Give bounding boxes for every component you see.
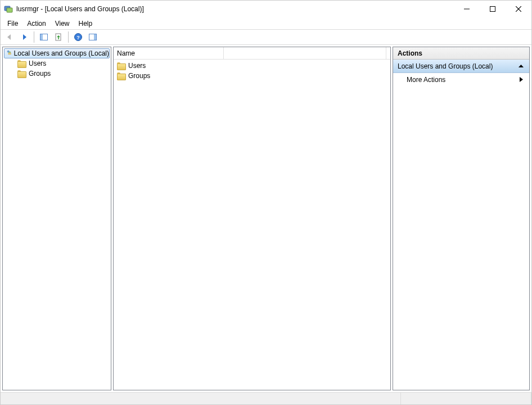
menu-bar: File Action View Help <box>1 17 531 29</box>
menu-view[interactable]: View <box>52 19 75 29</box>
back-button[interactable] <box>3 30 16 44</box>
list-item-users[interactable]: Users <box>114 61 390 71</box>
actions-body: Local Users and Groups (Local) More Acti… <box>393 60 529 390</box>
console-tree[interactable]: Local Users and Groups (Local) Users Gro… <box>3 47 111 390</box>
toolbar: ? <box>1 29 531 45</box>
list-item-label: Users <box>128 62 146 70</box>
list-item-label: Groups <box>128 72 150 80</box>
folder-icon <box>117 62 126 70</box>
actions-pane: Actions Local Users and Groups (Local) M… <box>393 47 530 390</box>
collapse-icon <box>519 62 524 70</box>
status-cell <box>1 393 401 404</box>
status-cell <box>401 393 531 404</box>
tree-node-users[interactable]: Users <box>3 58 111 69</box>
window-controls <box>454 1 531 17</box>
tree-node-label: Users <box>29 60 46 67</box>
list-body[interactable]: Users Groups <box>114 60 390 390</box>
tree-node-groups[interactable]: Groups <box>3 69 111 79</box>
main-area: Local Users and Groups (Local) Users Gro… <box>1 45 531 392</box>
menu-help[interactable]: Help <box>75 19 98 29</box>
action-more-actions[interactable]: More Actions <box>393 73 529 87</box>
action-item-label: More Actions <box>407 76 445 84</box>
tree-root-label: Local Users and Groups (Local) <box>14 49 109 57</box>
export-list-button[interactable] <box>52 30 65 44</box>
folder-icon <box>17 70 26 78</box>
show-hide-action-pane-button[interactable] <box>86 30 100 44</box>
column-header-name[interactable]: Name <box>114 47 224 59</box>
maximize-button[interactable] <box>480 1 506 17</box>
status-bar <box>1 392 531 404</box>
column-header-blank[interactable] <box>224 47 386 59</box>
svg-rect-1 <box>7 8 12 12</box>
tree-pane: Local Users and Groups (Local) Users Gro… <box>2 47 111 390</box>
action-group-header[interactable]: Local Users and Groups (Local) <box>393 60 529 73</box>
menu-file[interactable]: File <box>4 19 24 29</box>
close-button[interactable] <box>506 1 531 17</box>
tree-root-node[interactable]: Local Users and Groups (Local) <box>4 48 110 58</box>
title-bar: lusrmgr - [Local Users and Groups (Local… <box>1 1 531 17</box>
actions-header: Actions <box>393 47 529 60</box>
show-hide-tree-button[interactable] <box>37 30 51 44</box>
submenu-arrow-icon <box>520 76 524 84</box>
list-header: Name <box>114 47 390 60</box>
toolbar-separator <box>34 31 34 43</box>
window-title: lusrmgr - [Local Users and Groups (Local… <box>16 5 144 13</box>
list-item-groups[interactable]: Groups <box>114 71 390 81</box>
svg-rect-15 <box>8 53 11 55</box>
minimize-button[interactable] <box>454 1 480 17</box>
menu-action[interactable]: Action <box>24 19 51 29</box>
help-button[interactable]: ? <box>71 30 85 44</box>
svg-rect-12 <box>94 34 96 40</box>
folder-icon <box>17 60 26 67</box>
svg-rect-3 <box>490 7 495 12</box>
tree-node-label: Groups <box>29 70 51 78</box>
toolbar-separator <box>68 31 69 43</box>
action-group-label: Local Users and Groups (Local) <box>398 62 493 70</box>
forward-button[interactable] <box>17 30 31 44</box>
result-pane: Name Users Groups <box>113 47 391 390</box>
svg-rect-7 <box>40 34 43 40</box>
group-manager-icon <box>7 49 12 58</box>
folder-icon <box>117 72 126 80</box>
svg-text:?: ? <box>76 35 80 40</box>
app-icon <box>4 4 13 13</box>
